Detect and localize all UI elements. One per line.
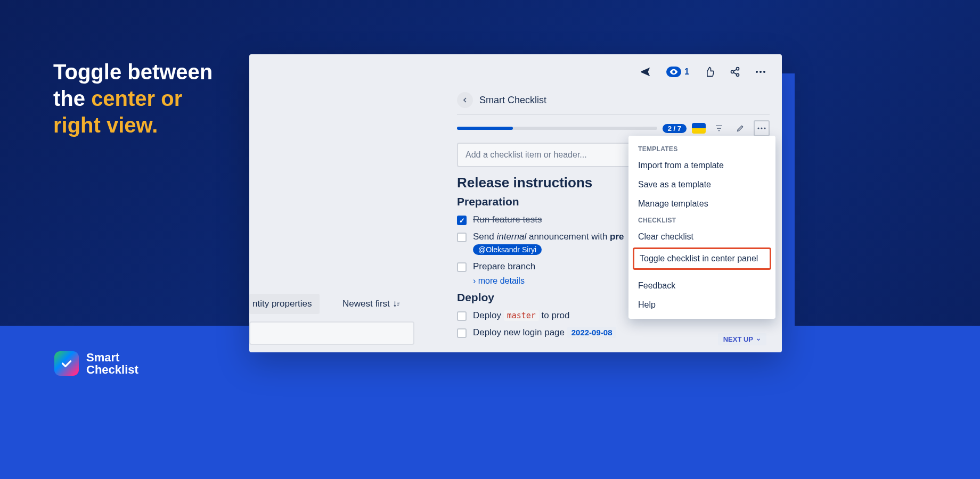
watch-count: 1: [684, 67, 689, 77]
text: Send: [473, 232, 496, 242]
text: announcement with: [526, 232, 610, 242]
checkbox-checked[interactable]: [457, 216, 467, 225]
date-chip: 2022-09-08: [567, 327, 617, 338]
menu-import-template[interactable]: Import from a template: [628, 156, 775, 175]
brand-name: Smart Checklist: [86, 351, 138, 376]
add-placeholder: Add a checklist item or header...: [466, 150, 587, 159]
mention-pill[interactable]: @Oleksandr Siryi: [473, 244, 542, 255]
watchers-button[interactable]: 1: [666, 67, 689, 77]
text: to prod: [539, 310, 570, 320]
menu-toggle-center-panel[interactable]: Toggle checklist in center panel: [634, 249, 770, 268]
progress-count-badge: 2 / 7: [663, 124, 687, 133]
item-label: Deploy new login page: [473, 327, 565, 337]
svg-point-6: [757, 127, 759, 129]
sort-newest-first[interactable]: Newest first: [342, 299, 401, 309]
hero-line1: Toggle between: [53, 60, 213, 84]
dropdown-header-checklist: CHECKLIST: [628, 213, 775, 227]
hero-line2-prefix: the: [53, 87, 91, 110]
next-up-label: NEXT UP: [723, 335, 753, 343]
menu-help[interactable]: Help: [628, 295, 775, 315]
svg-point-4: [760, 71, 762, 73]
back-button[interactable]: [457, 92, 473, 108]
checklist-more-icon[interactable]: [754, 120, 770, 136]
brand-logo: Smart Checklist: [54, 351, 138, 376]
more-actions-icon[interactable]: [755, 70, 766, 73]
comment-input[interactable]: [249, 321, 414, 345]
menu-manage-templates[interactable]: Manage templates: [628, 194, 775, 213]
item-label: Prepare branch: [473, 261, 535, 272]
text-italic: internal: [496, 232, 526, 242]
feedback-icon[interactable]: [640, 66, 651, 78]
brand-mark-icon: [54, 351, 79, 376]
progress-fill: [457, 127, 513, 130]
arrow-left-icon: [461, 96, 469, 104]
checklist-actions-dropdown: TEMPLATES Import from a template Save as…: [628, 136, 775, 319]
hero-headline: Toggle between the center or right view.: [53, 59, 213, 138]
hero-line2-accent: center or: [91, 87, 182, 110]
progress-bar: [457, 127, 657, 130]
next-up-button[interactable]: NEXT UP: [718, 333, 766, 345]
brand-name-line1: Smart: [86, 351, 138, 364]
ukraine-flag-badge: [692, 123, 706, 134]
item-run-tests-label: Run feature tests: [473, 214, 542, 225]
checkbox[interactable]: [457, 233, 467, 242]
checkbox[interactable]: [457, 328, 467, 338]
sort-icon: [393, 300, 401, 308]
svg-point-5: [763, 71, 765, 73]
hero-line3-accent: right view.: [53, 113, 158, 137]
share-icon[interactable]: [730, 67, 740, 77]
filter-icon[interactable]: [711, 120, 727, 136]
dropdown-header-templates: TEMPLATES: [628, 142, 775, 156]
issue-toolbar: 1: [640, 66, 766, 78]
menu-toggle-highlight: Toggle checklist in center panel: [633, 247, 771, 270]
checkbox[interactable]: [457, 311, 467, 321]
svg-point-3: [756, 71, 758, 73]
like-icon[interactable]: [704, 67, 715, 77]
svg-point-8: [764, 127, 765, 129]
menu-feedback[interactable]: Feedback: [628, 276, 775, 295]
divider: [457, 114, 770, 115]
eye-icon: [666, 67, 681, 77]
menu-save-template[interactable]: Save as a template: [628, 175, 775, 194]
checkbox[interactable]: [457, 262, 467, 272]
edit-icon[interactable]: [732, 120, 748, 136]
text: Deploy: [473, 310, 504, 320]
menu-clear-checklist[interactable]: Clear checklist: [628, 227, 775, 246]
svg-point-0: [737, 68, 739, 70]
svg-point-1: [731, 71, 734, 73]
chevron-down-icon: [756, 337, 761, 342]
entity-properties-chip[interactable]: ntity properties: [249, 294, 320, 314]
text-bold: pre: [610, 232, 624, 242]
panel-title: Smart Checklist: [479, 95, 546, 106]
svg-point-2: [737, 73, 739, 76]
sort-label: Newest first: [342, 299, 390, 309]
code-chip: master: [504, 310, 539, 321]
brand-name-line2: Checklist: [86, 364, 138, 376]
svg-point-7: [761, 127, 762, 129]
